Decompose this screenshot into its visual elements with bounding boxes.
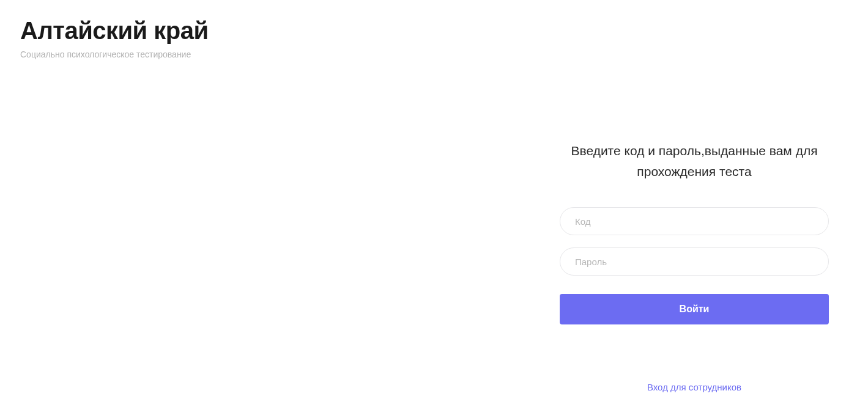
- page-subtitle: Социально психологическое тестирование: [20, 49, 868, 59]
- page-title: Алтайский край: [20, 17, 868, 45]
- code-input[interactable]: [560, 207, 829, 235]
- login-button[interactable]: Войти: [560, 294, 829, 324]
- password-input[interactable]: [560, 247, 829, 276]
- form-instruction: Введите код и пароль,выданные вам для пр…: [560, 141, 829, 181]
- staff-login-link[interactable]: Вход для сотрудников: [647, 382, 741, 392]
- page-header: Алтайский край Социально психологическое…: [0, 0, 868, 59]
- login-form: Введите код и пароль,выданные вам для пр…: [560, 141, 829, 324]
- staff-login-link-container: Вход для сотрудников: [560, 382, 829, 393]
